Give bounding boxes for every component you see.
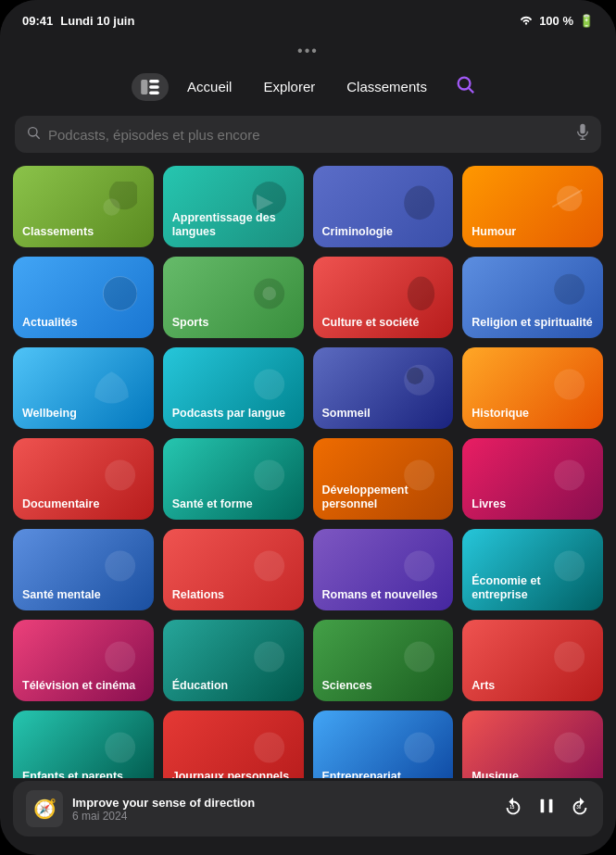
svg-point-41 (404, 732, 434, 762)
tile-label-sports: Sports (172, 316, 209, 331)
tile-label-arts: Arts (471, 679, 495, 694)
tile-label-apprentissage: Apprentissage des langues (172, 211, 295, 240)
tile-label-documentaire: Documentaire (22, 497, 99, 512)
player-rewind-button[interactable]: 15 (503, 797, 523, 822)
tile-romans[interactable]: Romans et nouvelles (313, 529, 454, 610)
tile-label-sommeil: Sommeil (322, 407, 371, 421)
svg-text:30: 30 (576, 804, 582, 809)
svg-line-5 (469, 88, 473, 93)
player-date: 6 mai 2024 (72, 810, 494, 823)
tile-religion[interactable]: Religion et spiritualité (462, 257, 603, 338)
svg-point-37 (404, 641, 434, 672)
tile-sciences[interactable]: Sciences (313, 620, 454, 701)
tile-dev-perso[interactable]: Développement personnel (313, 438, 454, 520)
tile-label-criminologie: Criminologie (322, 225, 393, 240)
tile-label-wellbeing: Wellbeing (22, 407, 77, 421)
svg-point-26 (554, 369, 585, 399)
tile-label-dev-perso: Développement personnel (322, 484, 445, 512)
svg-point-25 (407, 367, 423, 383)
player-info: Improve your sense of direction 6 mai 20… (72, 796, 494, 823)
tile-label-journaux: Journaux personnels (172, 770, 289, 778)
tile-musique[interactable]: Musique (462, 710, 603, 778)
svg-rect-1 (149, 80, 159, 83)
tile-label-education: Éducation (172, 679, 228, 694)
search-input[interactable] (48, 127, 568, 143)
tile-label-television: Télévision et cinéma (22, 679, 135, 694)
nav-accueil[interactable]: Accueil (174, 72, 245, 101)
tile-classements[interactable]: Classements (13, 166, 154, 247)
tile-economie[interactable]: Économie et entreprise (462, 529, 603, 610)
svg-point-20 (263, 286, 277, 300)
tile-label-economie: Économie et entreprise (471, 574, 594, 603)
svg-point-27 (105, 459, 135, 490)
svg-point-12 (103, 198, 119, 215)
tile-historique[interactable]: Historique (462, 347, 603, 429)
mic-icon[interactable] (575, 123, 590, 145)
player-play-pause-button[interactable] (536, 796, 557, 822)
tile-label-podcasts-langue: Podcasts par langue (172, 407, 285, 421)
search-bar (15, 116, 601, 153)
svg-point-33 (404, 550, 434, 581)
tile-documentaire[interactable]: Documentaire (13, 438, 154, 520)
status-time: 09:41 (22, 14, 53, 28)
search-bar-icon (26, 125, 41, 144)
nav-classements[interactable]: Classements (333, 72, 440, 101)
svg-point-21 (408, 276, 434, 310)
tile-label-actualites: Actualités (22, 316, 78, 331)
tile-journaux[interactable]: Journaux personnels (163, 710, 304, 778)
tile-label-classements: Classements (22, 225, 94, 240)
tile-label-relations: Relations (172, 588, 224, 603)
tile-label-sciences: Sciences (322, 679, 372, 694)
tile-criminologie[interactable]: Criminologie (313, 166, 454, 247)
tile-sante-forme[interactable]: Santé et forme (163, 438, 304, 520)
svg-point-23 (255, 369, 285, 399)
player-forward-button[interactable]: 30 (570, 797, 590, 822)
tile-entrepreneuriat[interactable]: Entreprenariat (313, 710, 454, 778)
tile-relations[interactable]: Relations (163, 529, 304, 610)
battery-label: 100 % (539, 14, 573, 28)
tile-sports[interactable]: Sports (163, 257, 304, 338)
tile-humour[interactable]: Humour (462, 166, 603, 247)
tile-education[interactable]: Éducation (163, 620, 304, 701)
svg-point-39 (105, 732, 135, 762)
tile-actualites[interactable]: Actualités (13, 257, 154, 338)
status-date: Lundi 10 juin (60, 14, 134, 28)
tile-livres[interactable]: Livres (462, 438, 603, 520)
player-bar[interactable]: 🧭 Improve your sense of direction 6 mai … (13, 781, 603, 836)
svg-rect-48 (541, 799, 545, 813)
svg-point-42 (554, 732, 585, 762)
top-dots: ••• (0, 41, 616, 63)
svg-rect-8 (580, 124, 585, 134)
wifi-icon (519, 14, 534, 28)
svg-text:15: 15 (509, 804, 515, 809)
tile-label-historique: Historique (471, 407, 529, 421)
tile-enfants[interactable]: Enfants et parents (13, 710, 154, 778)
nav-explorer[interactable]: Explorer (250, 72, 328, 101)
tile-sante-mentale[interactable]: Santé mentale (13, 529, 154, 610)
tile-apprentissage[interactable]: Apprentissage des langues (163, 166, 304, 247)
category-grid-container: ClassementsApprentissage des languesCrim… (0, 162, 616, 778)
tile-arts[interactable]: Arts (462, 620, 603, 701)
nav-search-button[interactable] (446, 69, 484, 105)
svg-point-22 (554, 273, 585, 304)
tile-label-culture: Culture et société (322, 316, 420, 331)
screen: 09:41 Lundi 10 juin 100 % 🔋 ••• Acc (0, 0, 616, 855)
tile-label-religion: Religion et spiritualité (471, 316, 593, 331)
tile-label-humour: Humour (471, 225, 516, 240)
sidebar-toggle-button[interactable] (132, 73, 169, 101)
battery-icon: 🔋 (579, 14, 594, 28)
tile-podcasts-langue[interactable]: Podcasts par langue (163, 347, 304, 429)
svg-rect-49 (549, 799, 553, 813)
svg-point-38 (554, 641, 585, 672)
tile-sommeil[interactable]: Sommeil (313, 347, 454, 429)
category-grid: ClassementsApprentissage des languesCrim… (13, 166, 603, 778)
svg-point-40 (255, 732, 285, 762)
tile-television[interactable]: Télévision et cinéma (13, 620, 154, 701)
tile-wellbeing[interactable]: Wellbeing (13, 347, 154, 429)
nav-bar: Accueil Explorer Classements (0, 63, 616, 110)
status-indicators: 100 % 🔋 (519, 14, 594, 28)
tile-culture[interactable]: Culture et société (313, 257, 454, 338)
player-title: Improve your sense of direction (72, 796, 494, 810)
svg-point-35 (105, 641, 135, 672)
svg-point-36 (255, 641, 285, 672)
